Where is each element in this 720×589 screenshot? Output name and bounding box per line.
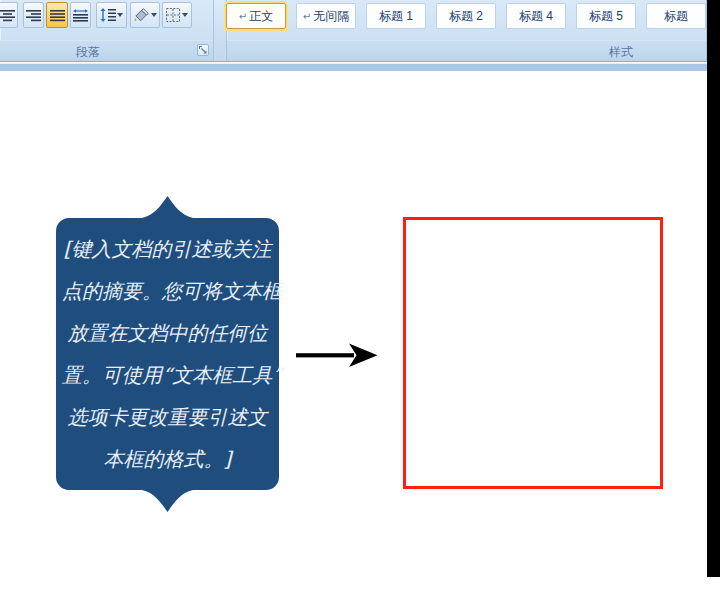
distribute-button[interactable]: [70, 2, 91, 28]
style-button-label: 正文: [249, 8, 273, 25]
pull-quote-text[interactable]: [键入文档的引述或关注点的摘要。您可将文本框放置在文档中的任何位置。可使用“文本…: [62, 228, 273, 480]
return-mark-icon: ↵: [239, 11, 247, 22]
chevron-down-icon: [151, 13, 157, 17]
screen-background: [707, 0, 720, 577]
style-button-label: 标题 5: [589, 8, 623, 25]
return-mark-icon: ↵: [303, 11, 311, 22]
style-button-label: 标题 1: [379, 8, 413, 25]
style-gallery: ↵ 正文 ↵ 无间隔 标题 1 标题 2 标题 4 标题 5 标题: [226, 3, 707, 29]
paragraph-dialog-launcher[interactable]: [197, 44, 209, 56]
pull-quote-line: [键入文档的引述或关注: [62, 228, 273, 270]
line-spacing-icon: [100, 8, 116, 22]
pull-quote-line: 点的摘要。您可将文本框: [62, 270, 273, 312]
ribbon: 段落 样式 ↵ 正文 ↵ 无间隔 标题 1: [0, 0, 707, 62]
shading-button[interactable]: [130, 2, 160, 28]
style-button[interactable]: ↵ 正文: [226, 3, 286, 29]
align-right-button[interactable]: [23, 2, 44, 28]
styles-group-label-strip: [227, 40, 706, 61]
style-button-label: 无间隔: [313, 8, 349, 25]
align-center-button[interactable]: [0, 2, 18, 28]
styles-group-label: 样式: [609, 44, 633, 61]
borders-button[interactable]: [162, 2, 192, 28]
borders-icon: [166, 8, 181, 22]
arrow-shape[interactable]: [290, 338, 382, 372]
paragraph-group-label-strip: [0, 40, 213, 61]
style-button[interactable]: 标题 1: [366, 3, 426, 29]
paragraph-group: 段落: [0, 0, 214, 61]
chevron-down-icon: [182, 13, 188, 17]
align-right-icon: [26, 9, 41, 22]
style-button[interactable]: 标题: [646, 3, 706, 29]
paragraph-group-label: 段落: [76, 44, 100, 61]
style-button[interactable]: 标题 4: [506, 3, 566, 29]
pull-quote-line: 置。可使用“文本框工具”: [62, 354, 273, 396]
style-button[interactable]: 标题 5: [576, 3, 636, 29]
red-rectangle-shape[interactable]: [403, 217, 663, 489]
style-button-label: 标题 2: [449, 8, 483, 25]
dialog-launcher-icon: [199, 46, 207, 54]
chevron-down-icon: [117, 13, 123, 17]
line-spacing-button[interactable]: [96, 2, 127, 28]
shading-icon: [133, 8, 149, 22]
justify-icon: [50, 9, 65, 22]
style-button-label: 标题 4: [519, 8, 553, 25]
style-button[interactable]: ↵ 无间隔: [296, 3, 356, 29]
pull-quote-line: 选项卡更改重要引述文: [62, 396, 273, 438]
style-button[interactable]: 标题 2: [436, 3, 496, 29]
distribute-icon: [73, 9, 88, 22]
shading-dropdown[interactable]: [150, 2, 157, 28]
document-window-top-strip: [0, 63, 707, 71]
pull-quote-line: 本框的格式。]: [62, 438, 273, 480]
line-spacing-dropdown[interactable]: [117, 2, 124, 28]
justify-button[interactable]: [46, 2, 68, 28]
align-center-icon: [0, 9, 15, 22]
style-button-label: 标题: [664, 8, 688, 25]
pull-quote-line: 放置在文档中的任何位: [62, 312, 273, 354]
word-window: 段落 样式 ↵ 正文 ↵ 无间隔 标题 1: [0, 0, 720, 589]
borders-dropdown[interactable]: [182, 2, 189, 28]
